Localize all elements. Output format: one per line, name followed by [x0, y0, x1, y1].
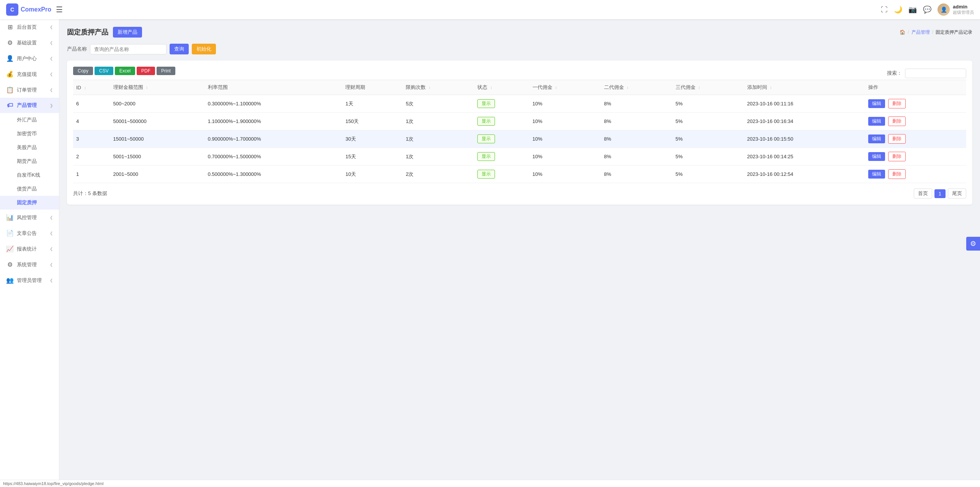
cell-add-time: 2023-10-16 00:16:34 [744, 113, 866, 130]
sidebar-label-basic-settings: 基础设置 [17, 39, 37, 46]
cell-limit: 5次 [403, 95, 474, 113]
print-button[interactable]: Print [157, 67, 175, 75]
layout: ⊞ 后台首页 ❮ ⚙ 基础设置 ❮ 👤 用户中心 ❮ 💰 充值提现 ❮ [0, 19, 980, 480]
sidebar: ⊞ 后台首页 ❮ ⚙ 基础设置 ❮ 👤 用户中心 ❮ 💰 充值提现 ❮ [0, 19, 59, 480]
sidebar-item-crypto[interactable]: 加密货币 [0, 127, 59, 141]
sidebar-item-digital-kline[interactable]: 自发币K线 [0, 168, 59, 182]
sidebar-item-system[interactable]: ⚙ 系统管理 ❮ [0, 257, 59, 272]
edit-button-1[interactable]: 编辑 [868, 170, 885, 179]
delete-button-3[interactable]: 删除 [888, 134, 906, 144]
pdf-button[interactable]: PDF [137, 67, 155, 75]
sidebar-item-basic-settings[interactable]: ⚙ 基础设置 ❮ [0, 35, 59, 51]
page-1-button[interactable]: 1 [934, 189, 946, 198]
sidebar-item-risk-mgmt[interactable]: 📊 风控管理 ❮ [0, 210, 59, 225]
cell-action: 编辑 删除 [865, 113, 966, 130]
col-id[interactable]: ID ↕ [73, 80, 110, 95]
sidebar-item-reports[interactable]: 📈 报表统计 ❮ [0, 241, 59, 257]
cell-commission3: 5% [673, 148, 744, 166]
csv-button[interactable]: CSV [95, 67, 113, 75]
table-search-input[interactable] [905, 69, 966, 78]
system-icon: ⚙ [6, 261, 14, 268]
sidebar-item-foreign-product[interactable]: 外汇产品 [0, 113, 59, 127]
sidebar-label-futures: 期货产品 [17, 158, 37, 165]
last-page-button[interactable]: 尾页 [948, 189, 966, 198]
product-icon: 🏷 [6, 102, 14, 109]
user-info[interactable]: 👤 admin 超级管理员 [938, 3, 974, 16]
edit-button-4[interactable]: 编辑 [868, 117, 885, 126]
edit-button-2[interactable]: 编辑 [868, 152, 885, 161]
sidebar-item-futures[interactable]: 期货产品 [0, 154, 59, 168]
sidebar-item-user-center[interactable]: 👤 用户中心 ❮ [0, 51, 59, 66]
dark-mode-icon[interactable]: 🌙 [894, 5, 902, 14]
search-label: 产品名称 [67, 46, 87, 52]
arrow-system: ❮ [50, 262, 53, 267]
header-left: C ComexPro ☰ [6, 3, 63, 16]
sidebar-item-product-mgmt[interactable]: 🏷 产品管理 ❯ [0, 98, 59, 113]
message-icon[interactable]: 💬 [923, 5, 931, 14]
col-limit[interactable]: 限购次数 ↕ [403, 80, 474, 95]
query-button[interactable]: 查询 [170, 44, 189, 54]
cell-commission2: 8% [601, 148, 673, 166]
new-product-button[interactable]: 新增产品 [113, 27, 142, 38]
status-url: https://483.haiwaiym18.top/fire_vip/good… [3, 481, 103, 486]
search-bar: 产品名称 查询 初始化 [67, 44, 972, 54]
edit-button-6[interactable]: 编辑 [868, 99, 885, 108]
camera-icon[interactable]: 📷 [908, 5, 917, 14]
sidebar-item-fixed-pledge[interactable]: 固定质押 [0, 196, 59, 210]
logo-icon: C [6, 3, 18, 16]
dashboard-icon: ⊞ [6, 23, 14, 31]
col-rate-range[interactable]: 利率范围 [205, 80, 343, 95]
order-icon: 📋 [6, 86, 14, 93]
search-right-label: 搜索： [887, 70, 902, 77]
cell-limit: 2次 [403, 166, 474, 183]
col-status[interactable]: 状态 ↕ [474, 80, 529, 95]
arrow-basic-settings: ❮ [50, 41, 53, 45]
reset-button[interactable]: 初始化 [192, 44, 216, 54]
cell-commission3: 5% [673, 113, 744, 130]
sidebar-label-product-mgmt: 产品管理 [17, 102, 37, 109]
delete-button-1[interactable]: 删除 [888, 169, 906, 179]
col-action: 操作 [865, 80, 966, 95]
delete-button-4[interactable]: 删除 [888, 116, 906, 126]
first-page-button[interactable]: 首页 [914, 189, 932, 198]
fullscreen-icon[interactable]: ⛶ [881, 6, 888, 14]
search-right: 搜索： [887, 69, 966, 78]
excel-button[interactable]: Excel [115, 67, 135, 75]
arrow-reports: ❮ [50, 247, 53, 251]
sidebar-item-order-mgmt[interactable]: 📋 订单管理 ❮ [0, 82, 59, 98]
col-commission3[interactable]: 三代佣金 ↕ [673, 80, 744, 95]
cell-limit: 1次 [403, 113, 474, 130]
col-commission1[interactable]: 一代佣金 ↕ [529, 80, 601, 95]
sidebar-label-system: 系统管理 [17, 261, 37, 268]
col-period[interactable]: 理财周期 [342, 80, 403, 95]
edit-button-3[interactable]: 编辑 [868, 134, 885, 143]
delete-button-6[interactable]: 删除 [888, 99, 906, 108]
sidebar-label-admin-mgmt: 管理员管理 [17, 277, 42, 284]
sidebar-label-user-center: 用户中心 [17, 55, 37, 62]
page-header: 固定质押产品 新增产品 🏠 / 产品管理 / 固定质押产品记录 [67, 27, 972, 38]
sidebar-item-articles[interactable]: 📄 文章公告 ❮ [0, 225, 59, 241]
menu-toggle-icon[interactable]: ☰ [56, 5, 63, 14]
sidebar-item-admin-mgmt[interactable]: 👥 管理员管理 ❮ [0, 272, 59, 288]
cell-id: 6 [73, 95, 110, 113]
cell-commission3: 5% [673, 166, 744, 183]
sidebar-item-us-stock[interactable]: 美股产品 [0, 141, 59, 154]
arrow-admin-mgmt: ❮ [50, 278, 53, 282]
cell-add-time: 2023-10-16 00:15:50 [744, 130, 866, 148]
table-footer: 共计：5 条数据 首页 1 尾页 [73, 189, 966, 198]
sidebar-item-dashboard[interactable]: ⊞ 后台首页 ❮ [0, 19, 59, 35]
breadcrumb-product-mgmt[interactable]: 产品管理 [911, 29, 930, 36]
home-icon[interactable]: 🏠 [900, 30, 905, 35]
sidebar-item-recharge[interactable]: 💰 充值提现 ❮ [0, 66, 59, 82]
search-input[interactable] [90, 44, 167, 54]
settings-fab[interactable]: ⚙ [966, 237, 980, 251]
sidebar-item-bonds[interactable]: 债货产品 [0, 182, 59, 196]
copy-button[interactable]: Copy [73, 67, 93, 75]
delete-button-2[interactable]: 删除 [888, 152, 906, 161]
col-add-time[interactable]: 添加时间 ↕ [744, 80, 866, 95]
col-amount-range[interactable]: 理财金额范围 ↕ [110, 80, 205, 95]
article-icon: 📄 [6, 230, 14, 237]
table-row: 1 2001~5000 0.500000%~1.300000% 10天 2次 显… [73, 166, 966, 183]
breadcrumb: 🏠 / 产品管理 / 固定质押产品记录 [900, 29, 972, 36]
col-commission2[interactable]: 二代佣金 ↕ [601, 80, 673, 95]
